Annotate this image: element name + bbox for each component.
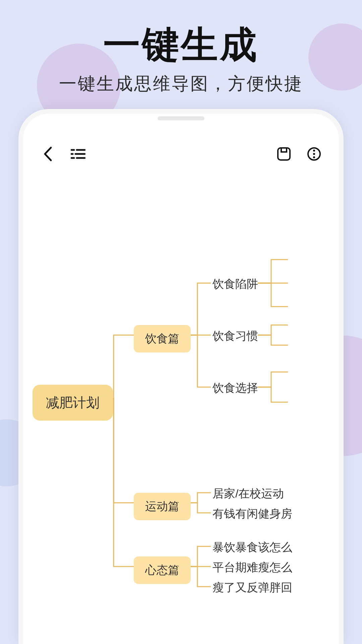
mindmap-leaf-node[interactable]: 暴饮暴食该怎么 bbox=[213, 540, 292, 555]
phone-frame: 减肥计划 饮食篇 运动篇 心态篇 饮食陷阱 饮食习惯 饮食选择 居家/在校运动 … bbox=[18, 109, 344, 644]
mindmap-leaf-node[interactable]: 瘦了又反弹胖回 bbox=[213, 580, 292, 595]
mindmap-leaf-node[interactable]: 饮食选择 bbox=[213, 380, 258, 396]
mindmap-canvas[interactable]: 减肥计划 饮食篇 运动篇 心态篇 饮食陷阱 饮食习惯 饮食选择 居家/在校运动 … bbox=[23, 177, 339, 644]
mindmap-leaf-node[interactable]: 饮食习惯 bbox=[213, 328, 258, 344]
promo-title: 一键生成 bbox=[0, 20, 362, 70]
svg-rect-6 bbox=[278, 148, 290, 160]
more-button[interactable] bbox=[304, 144, 324, 164]
svg-point-10 bbox=[313, 153, 315, 155]
mindmap-leaf-node[interactable]: 有钱有闲健身房 bbox=[213, 506, 292, 522]
phone-speaker bbox=[158, 116, 204, 120]
svg-point-11 bbox=[313, 156, 315, 158]
mindmap-category-node[interactable]: 心态篇 bbox=[134, 556, 191, 584]
svg-rect-7 bbox=[281, 148, 287, 152]
mindmap-leaf-node[interactable]: 平台期难瘦怎么 bbox=[213, 560, 292, 575]
chevron-left-icon bbox=[43, 146, 53, 162]
more-vertical-icon bbox=[307, 147, 321, 161]
svg-point-9 bbox=[313, 150, 315, 152]
list-icon bbox=[71, 148, 85, 160]
back-button[interactable] bbox=[38, 144, 58, 164]
mindmap-category-node[interactable]: 运动篇 bbox=[134, 493, 191, 520]
mindmap-root-node[interactable]: 减肥计划 bbox=[33, 385, 113, 421]
app-toolbar bbox=[23, 141, 339, 167]
save-button[interactable] bbox=[274, 144, 294, 164]
outline-button[interactable] bbox=[68, 144, 88, 164]
promo-subtitle: 一键生成思维导图，方便快捷 bbox=[0, 72, 362, 96]
mindmap-leaf-node[interactable]: 饮食陷阱 bbox=[213, 276, 258, 292]
save-icon bbox=[277, 147, 291, 161]
mindmap-category-node[interactable]: 饮食篇 bbox=[134, 325, 191, 353]
mindmap-leaf-node[interactable]: 居家/在校运动 bbox=[213, 486, 284, 501]
